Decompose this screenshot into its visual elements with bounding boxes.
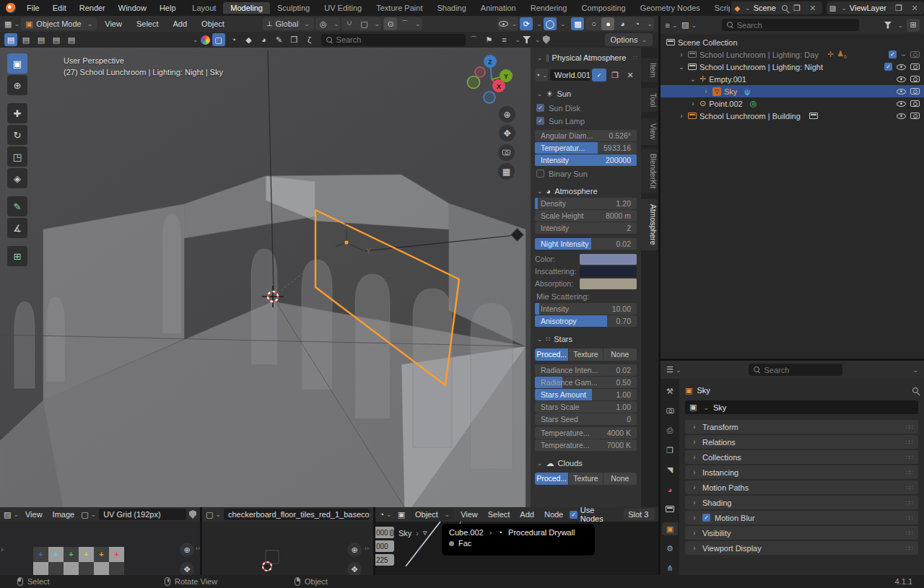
bk-hierarchy-icon[interactable]: ≡: [498, 33, 511, 46]
slider-scale-height[interactable]: Scale Height8000 m: [535, 210, 637, 221]
delete-scene-icon[interactable]: ✕: [806, 1, 819, 14]
outliner-search-input[interactable]: Search: [722, 19, 859, 31]
atmosphere-enable-checkbox[interactable]: [546, 54, 549, 62]
slider-anisotropy[interactable]: Anisotropy0.70: [535, 315, 637, 327]
slider-stars-temperature-max[interactable]: Temperature...7000 K: [535, 439, 637, 451]
zoom-view-icon[interactable]: ⊕: [499, 106, 515, 123]
image-browse-icon[interactable]: ▢⌄: [81, 508, 96, 521]
inscattering-swatch[interactable]: [580, 266, 637, 277]
tool-select-box[interactable]: ▣: [7, 53, 27, 74]
eye-icon[interactable]: [897, 64, 906, 70]
viewlayer-name[interactable]: ViewLayer: [850, 4, 886, 12]
properties-editor-type-icon[interactable]: ☰⌄: [666, 364, 681, 377]
slider-stars-amount[interactable]: Stars Amount1.00: [535, 389, 637, 400]
bk-arc-icon[interactable]: ⌒: [468, 33, 481, 46]
stars-tab-texture[interactable]: Texture: [569, 348, 602, 361]
panel-grip[interactable]: ∷: [633, 54, 637, 61]
slider-atmosphere-intensity[interactable]: Intensity2: [535, 222, 637, 234]
outliner-row-building[interactable]: ›School Lunchroom | Building: [661, 110, 924, 122]
tool-cursor[interactable]: ⊕: [7, 75, 27, 95]
workspace-tab-geometry-nodes[interactable]: Geometry Nodes: [633, 2, 707, 14]
show-overlays-toggle[interactable]: ◯: [544, 17, 557, 30]
section-stars[interactable]: ⌄∷ Stars: [535, 333, 637, 346]
menu-window[interactable]: Window: [112, 4, 153, 12]
new-collection-icon[interactable]: ⊞: [907, 19, 920, 32]
select-mode-intersect[interactable]: ▤: [65, 33, 78, 46]
asset-type-material-icon[interactable]: ◔: [227, 33, 240, 46]
clouds-tab-none[interactable]: None: [603, 473, 637, 485]
panel-transform[interactable]: ›Transform∷∷: [685, 420, 918, 434]
pan-hand-icon[interactable]: ✥: [180, 562, 194, 575]
tab-collection-properties[interactable]: [662, 503, 678, 516]
slider-radiance-gamma[interactable]: Radiance Gam...0.50: [535, 377, 637, 388]
shading-dropdown[interactable]: ⌄: [647, 20, 653, 27]
camera-icon[interactable]: [910, 113, 920, 119]
pan-hand-icon[interactable]: ✥: [347, 562, 362, 575]
sidebar-tab-atmosphere[interactable]: Atmosphere: [641, 199, 658, 250]
workspace-tab-compositing[interactable]: Compositing: [575, 2, 633, 14]
editor-type-icon[interactable]: ▦⌄: [4, 17, 19, 30]
viewport-menu-object[interactable]: Object: [195, 19, 231, 28]
node-menu-node[interactable]: Node: [541, 510, 567, 519]
region-arrows[interactable]: ‹›: [196, 545, 200, 552]
tab-viewlayer-properties[interactable]: ❐: [662, 444, 678, 457]
absorption-swatch[interactable]: [580, 278, 637, 289]
viewport-canvas[interactable]: z Y: [0, 48, 658, 507]
blenderkit-search-input[interactable]: Search: [321, 34, 466, 46]
bk-bookmark-icon[interactable]: ⚑: [483, 33, 496, 46]
slider-sun-temperature[interactable]: Temperatur...5933.16: [535, 142, 637, 154]
gizmo-axis-neg-x[interactable]: [475, 67, 485, 77]
panel-shading[interactable]: ›Shading∷∷: [685, 496, 918, 509]
image-browse-icon[interactable]: ▢⌄: [206, 508, 221, 521]
properties-options-dropdown[interactable]: ⌄: [912, 367, 918, 374]
workspace-tab-modeling[interactable]: Modeling: [223, 2, 270, 14]
collection-checkbox[interactable]: ✓: [889, 51, 897, 58]
camera-icon[interactable]: [910, 76, 920, 82]
snap-magnet-icon[interactable]: ∩: [343, 17, 356, 30]
viewport-menu-view[interactable]: View: [98, 19, 128, 28]
shader-context-icon[interactable]: ▣: [395, 508, 408, 521]
motion-blur-checkbox[interactable]: ✓: [702, 514, 710, 522]
camera-disabled-icon[interactable]: [910, 51, 920, 58]
tab-output-properties[interactable]: ⎙: [662, 424, 678, 437]
shading-rendered[interactable]: ◔: [630, 17, 643, 30]
mode-selector[interactable]: ▣ Object Mode⌄: [21, 17, 97, 30]
blenderkit-logo-icon[interactable]: [201, 35, 210, 45]
shading-solid[interactable]: ●: [601, 17, 614, 30]
slider-night-intensity[interactable]: Night Intensity0.02: [535, 238, 637, 250]
sun-disk-row[interactable]: ✓Sun Disk: [536, 102, 637, 113]
workspace-tab-rendering[interactable]: Rendering: [523, 2, 575, 14]
gizmo-axis-neg-z[interactable]: [484, 92, 495, 103]
clouds-tab-procedural[interactable]: Proced...: [535, 473, 568, 485]
properties-search-input[interactable]: Search: [749, 364, 842, 376]
panel-viewport-display[interactable]: ›Viewport Display∷∷: [685, 541, 918, 555]
slider-stars-temperature-min[interactable]: Temperature...4000 K: [535, 427, 637, 439]
camera-icon[interactable]: [910, 63, 920, 70]
sidebar-tab-item[interactable]: Item: [641, 58, 658, 82]
blender-logo-icon[interactable]: [4, 1, 17, 14]
camera-view-icon[interactable]: [498, 144, 515, 161]
outliner-row-scene-collection[interactable]: Scene Collection: [661, 36, 924, 48]
outliner-display-mode-icon[interactable]: ≡⌄: [665, 19, 678, 32]
new-viewlayer-icon[interactable]: ❐: [892, 1, 905, 14]
asset-type-nodegroup-icon[interactable]: ζ: [303, 33, 316, 46]
world-unlink-icon[interactable]: ✕: [624, 69, 637, 82]
slider-angular-diameter[interactable]: Angular Diam...0.526°: [535, 130, 637, 141]
outliner-row-lighting-night[interactable]: ⌄School Lunchroom | Lighting: Night ✓: [661, 61, 924, 73]
delete-viewlayer-icon[interactable]: ✕: [908, 1, 921, 14]
outliner-filter-id-icon[interactable]: ▨⌄: [681, 19, 697, 32]
unpin-icon[interactable]: [782, 5, 788, 11]
outliner-row-sky[interactable]: › ▽ Sky ψ: [661, 85, 924, 97]
select-mode-subtract[interactable]: ▤: [35, 33, 48, 46]
fake-user-icon[interactable]: [189, 510, 196, 519]
select-mode-new[interactable]: ▤: [4, 33, 17, 46]
panel-visibility[interactable]: ›Visibility∷∷: [685, 526, 918, 540]
snap-target-icon[interactable]: ▢: [357, 17, 370, 30]
tab-physics-properties[interactable]: ⋔: [662, 562, 678, 575]
snap-controls[interactable]: ∩ ▢⌄: [341, 17, 381, 30]
outliner-row-point-002[interactable]: ›⊙ Point.002 ◎: [661, 97, 924, 110]
shading-material[interactable]: ◕: [616, 17, 629, 30]
image-menu-image[interactable]: Image: [49, 510, 79, 519]
use-nodes-checkbox[interactable]: ✓: [570, 511, 578, 519]
pin-icon[interactable]: [912, 387, 918, 393]
